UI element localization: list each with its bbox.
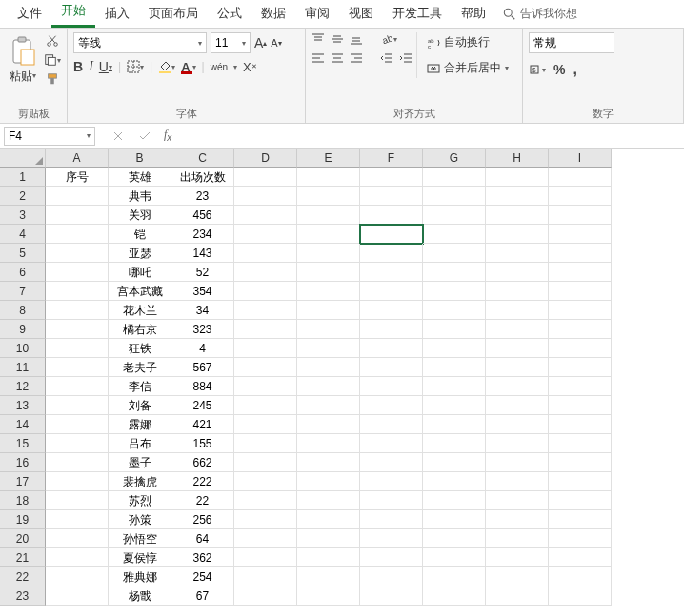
align-top-button[interactable] [312,32,325,46]
cell-H4[interactable] [486,225,549,244]
decrease-font-button[interactable]: A▾ [271,37,281,49]
cell-F5[interactable] [360,244,423,263]
cell-F2[interactable] [360,187,423,206]
row-header[interactable]: 16 [0,453,46,472]
accounting-format-button[interactable]: $▾ [529,61,546,78]
cell-A21[interactable] [46,548,109,567]
column-header-F[interactable]: F [360,149,423,168]
cell-B22[interactable]: 雅典娜 [109,567,171,586]
cell-E2[interactable] [297,187,360,206]
cell-I3[interactable] [549,206,612,225]
clear-button[interactable]: X✕ [243,60,257,74]
cell-C12[interactable]: 884 [171,377,234,396]
cell-D16[interactable] [234,453,297,472]
font-name-combo[interactable]: 等线▾ [73,32,207,53]
tell-me[interactable]: 告诉我你想 [495,0,585,28]
cell-B7[interactable]: 宫本武藏 [109,282,171,301]
cancel-button[interactable] [105,131,131,141]
cell-B2[interactable]: 典韦 [109,187,171,206]
cell-B1[interactable]: 英雄 [109,168,171,187]
row-header[interactable]: 17 [0,472,46,491]
cell-B19[interactable]: 孙策 [109,510,171,529]
cell-C7[interactable]: 354 [171,282,234,301]
comma-button[interactable]: , [573,61,576,78]
cell-A14[interactable] [46,415,109,434]
wrap-text-button[interactable]: abc 自动换行 [423,32,513,52]
cell-D15[interactable] [234,434,297,453]
align-left-button[interactable] [312,51,325,65]
cell-D13[interactable] [234,396,297,415]
cell-D21[interactable] [234,548,297,567]
cell-I20[interactable] [549,529,612,548]
name-box[interactable]: F4 ▾ [4,127,95,146]
cell-E9[interactable] [297,320,360,339]
cell-B13[interactable]: 刘备 [109,396,171,415]
align-bottom-button[interactable] [350,32,363,46]
cell-B15[interactable]: 吕布 [109,434,171,453]
cell-B10[interactable]: 狂铁 [109,339,171,358]
row-header[interactable]: 4 [0,225,46,244]
column-header-A[interactable]: A [46,149,109,168]
tab-insert[interactable]: 插入 [95,0,139,28]
cell-B6[interactable]: 哪吒 [109,263,171,282]
cell-F16[interactable] [360,453,423,472]
cell-I2[interactable] [549,187,612,206]
cell-G22[interactable] [423,567,486,586]
cell-A13[interactable] [46,396,109,415]
increase-indent-button[interactable] [399,51,412,65]
cell-I16[interactable] [549,453,612,472]
bold-button[interactable]: B [73,59,83,74]
cell-F1[interactable] [360,168,423,187]
cell-C8[interactable]: 34 [171,301,234,320]
font-color-button[interactable]: A▾ [181,60,195,74]
cell-D22[interactable] [234,567,297,586]
cell-B5[interactable]: 亚瑟 [109,244,171,263]
cell-F13[interactable] [360,396,423,415]
cell-I21[interactable] [549,548,612,567]
enter-button[interactable] [131,131,158,141]
cell-D10[interactable] [234,339,297,358]
row-header[interactable]: 13 [0,396,46,415]
cell-A3[interactable] [46,206,109,225]
cell-I6[interactable] [549,263,612,282]
cell-I13[interactable] [549,396,612,415]
cell-C5[interactable]: 143 [171,244,234,263]
align-middle-button[interactable] [331,32,344,46]
cell-C6[interactable]: 52 [171,263,234,282]
cell-A7[interactable] [46,282,109,301]
cell-C14[interactable]: 421 [171,415,234,434]
cell-I11[interactable] [549,358,612,377]
cell-H8[interactable] [486,301,549,320]
tab-home[interactable]: 开始 [51,0,95,28]
cell-B11[interactable]: 老夫子 [109,358,171,377]
cell-A9[interactable] [46,320,109,339]
cell-G23[interactable] [423,586,486,606]
column-header-G[interactable]: G [423,149,486,168]
cell-G20[interactable] [423,529,486,548]
number-format-combo[interactable]: 常规 [529,32,614,53]
tab-view[interactable]: 视图 [339,0,383,28]
select-all-corner[interactable] [0,149,46,168]
cell-G14[interactable] [423,415,486,434]
cell-E1[interactable] [297,168,360,187]
cell-D14[interactable] [234,415,297,434]
cell-B21[interactable]: 夏侯惇 [109,548,171,567]
cell-G21[interactable] [423,548,486,567]
cell-E21[interactable] [297,548,360,567]
cell-I9[interactable] [549,320,612,339]
cell-H18[interactable] [486,491,549,510]
column-header-E[interactable]: E [297,149,360,168]
cell-C15[interactable]: 155 [171,434,234,453]
row-header[interactable]: 23 [0,586,46,606]
cell-I18[interactable] [549,491,612,510]
cell-F9[interactable] [360,320,423,339]
cell-F12[interactable] [360,377,423,396]
row-header[interactable]: 2 [0,187,46,206]
cell-G1[interactable] [423,168,486,187]
cell-I7[interactable] [549,282,612,301]
cell-A8[interactable] [46,301,109,320]
cell-H22[interactable] [486,567,549,586]
cell-G7[interactable] [423,282,486,301]
cell-D20[interactable] [234,529,297,548]
cell-A19[interactable] [46,510,109,529]
